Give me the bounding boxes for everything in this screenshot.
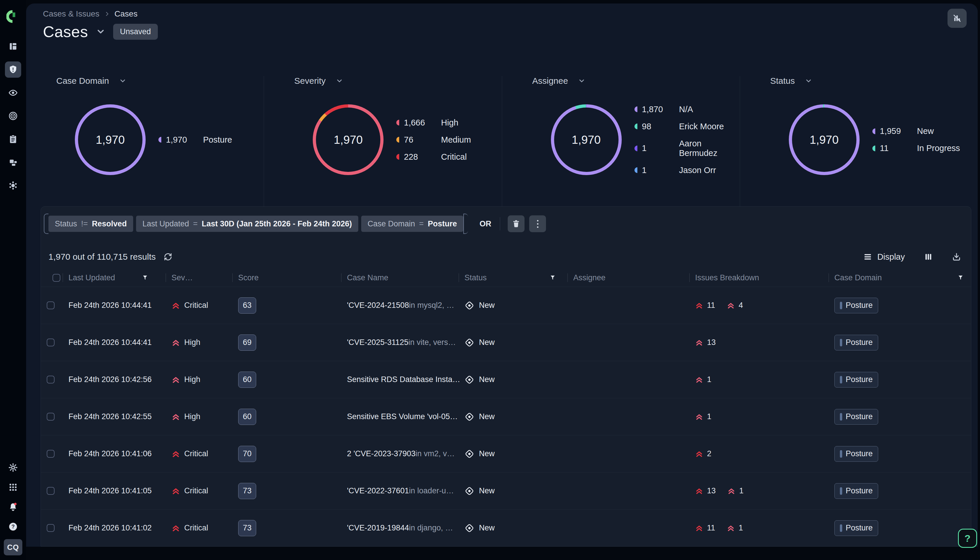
column-header-case-name[interactable]: Case Name [341,269,459,287]
issue-count: 4 [739,301,743,310]
legend-item[interactable]: 1,970 Posture [159,135,232,145]
issue-severity-icon [727,524,735,532]
sidebar-item-settings[interactable] [6,460,20,475]
sidebar-item-help[interactable]: ? [6,519,20,534]
column-header-last-updated[interactable]: Last Updated [63,269,166,287]
donut-chart[interactable]: 1,970 [551,104,622,175]
column-header-issues-breakdown[interactable]: Issues Breakdown [689,269,829,287]
chart-header-dropdown[interactable]: Assignee [532,76,585,86]
case-domain-chip-label: Posture [846,523,873,532]
filter-chip[interactable]: Case Domain = Posture [361,216,463,232]
chart-header-dropdown[interactable]: Severity [294,76,343,86]
severity-label: High [184,338,201,347]
filter-funnel-icon[interactable] [142,275,148,281]
help-fab-button[interactable]: ? [958,529,977,548]
column-header-case-domain[interactable]: Case Domain [829,269,971,287]
refresh-button[interactable] [163,252,172,262]
legend-item[interactable]: 1,666 High [396,118,471,128]
table-row[interactable]: Feb 24th 2026 10:42:56 High 60 Sensitive… [41,361,971,398]
filter-funnel-icon[interactable] [957,275,964,281]
row-checkbox[interactable] [47,524,55,532]
filter-more-button[interactable] [529,215,546,232]
case-name-suffix: in loader-u… [409,487,454,495]
sidebar-item-notifications[interactable] [6,500,20,514]
display-button[interactable]: Display [863,252,905,262]
cell-case-name[interactable]: 'CVE-2025-31125 in vite, vers… [341,338,459,347]
column-header-score[interactable]: Score [232,269,341,287]
settings-gear-icon [8,463,18,472]
filter-chip[interactable]: Last Updated = Last 30D (Jan 25th 2026 -… [136,216,358,232]
legend-marker [396,120,399,125]
delete-filters-button[interactable] [508,215,525,232]
row-checkbox[interactable] [47,302,55,309]
sidebar-item-detections[interactable] [5,108,21,124]
cell-case-name[interactable]: 2 'CVE-2023-37903 in vm2, v… [341,449,459,458]
legend-item[interactable]: 11 In Progress [872,143,960,153]
legend-marker [872,128,875,134]
chart-section: Assignee 1,970 1,870 N/A 98 Erick Moore … [502,76,740,207]
row-checkbox[interactable] [47,376,55,383]
legend-count: 98 [642,122,674,131]
issue-count: 13 [707,338,716,347]
legend-item[interactable]: 1 Jason Orr [634,165,740,175]
case-domain-chip-label: Posture [846,338,873,347]
donut-chart[interactable]: 1,970 [75,104,145,175]
table-row[interactable]: Feb 24th 2026 10:44:41 Critical 63 'CVE-… [41,287,971,324]
case-domain-chip: Posture [835,446,878,462]
cell-case-name[interactable]: Sensitive EBS Volume 'vol-05… [341,412,459,421]
legend-item[interactable]: 1,870 N/A [634,105,740,114]
table-row[interactable]: Feb 24th 2026 10:41:02 Critical 73 'CVE-… [41,509,971,547]
sidebar-item-visibility[interactable] [5,85,21,101]
sidebar-item-apps[interactable] [6,480,20,495]
cell-case-name[interactable]: Sensitive RDS Database Insta… [341,375,459,384]
legend-item[interactable]: 98 Erick Moore [634,122,740,131]
severity-label: Critical [184,487,208,495]
select-all-checkbox[interactable] [52,274,60,282]
sidebar-item-inventory[interactable] [5,154,21,170]
donut-chart[interactable]: 1,970 [313,104,383,175]
legend-item[interactable]: 1 Aaron Bermudez [634,139,740,158]
issue-severity-icon [695,376,703,384]
filter-funnel-icon[interactable] [550,275,556,281]
row-checkbox[interactable] [47,487,55,495]
cell-last-updated: Feb 24th 2026 10:42:56 [63,375,166,384]
cell-case-name[interactable]: 'CVE-2024-21508 in mysql2, … [341,301,459,310]
sidebar-item-reports[interactable] [5,131,21,147]
chevron-down-icon [336,77,343,85]
row-checkbox[interactable] [47,450,55,458]
chart-legend: 1,870 N/A 98 Erick Moore 1 Aaron Bermude… [634,105,740,175]
legend-label: New [917,127,934,136]
breadcrumb-parent[interactable]: Cases & Issues [43,9,100,18]
chart-header-dropdown[interactable]: Case Domain [56,76,127,86]
donut-chart[interactable]: 1,970 [789,104,860,175]
table-row[interactable]: Feb 24th 2026 10:41:06 Critical 70 2 'CV… [41,435,971,472]
legend-item[interactable]: 1,959 New [872,127,960,136]
issues-breakdown: 11 1 [689,523,829,532]
download-button[interactable] [952,252,961,262]
sidebar-item-cases-issues[interactable] [5,62,21,78]
column-header-severity[interactable]: Sev… [166,269,232,287]
table-row[interactable]: Feb 24th 2026 10:41:05 Critical 73 'CVE-… [41,472,971,509]
threat-icon [8,181,18,190]
row-checkbox[interactable] [47,338,55,347]
page-header: Cases & Issues Cases Cases Unsaved [26,3,978,47]
table-row[interactable]: Feb 24th 2026 10:42:55 High 60 Sensitive… [41,398,971,435]
column-header-status[interactable]: Status [459,269,567,287]
user-avatar[interactable]: CQ [4,539,22,555]
hide-charts-button[interactable] [948,9,967,28]
cell-case-name[interactable]: 'CVE-2019-19844 in django, … [341,523,459,532]
legend-item[interactable]: 76 Medium [396,135,471,145]
column-header-assignee[interactable]: Assignee [567,269,689,287]
cell-case-name[interactable]: 'CVE-2022-37601 in loader-u… [341,487,459,495]
chart-header-dropdown[interactable]: Status [770,76,812,86]
filter-value: Resolved [92,219,127,228]
sidebar-item-threat-center[interactable] [5,177,21,193]
sidebar-item-dashboards[interactable] [5,38,21,55]
title-dropdown-chevron-icon[interactable] [96,27,105,37]
row-checkbox[interactable] [47,413,55,421]
filter-chip[interactable]: Status != Resolved [48,216,133,232]
breadcrumb-current[interactable]: Cases [115,9,137,18]
columns-button[interactable] [924,252,933,261]
table-row[interactable]: Feb 24th 2026 10:44:41 High 69 'CVE-2025… [41,324,971,361]
legend-item[interactable]: 228 Critical [396,152,471,162]
